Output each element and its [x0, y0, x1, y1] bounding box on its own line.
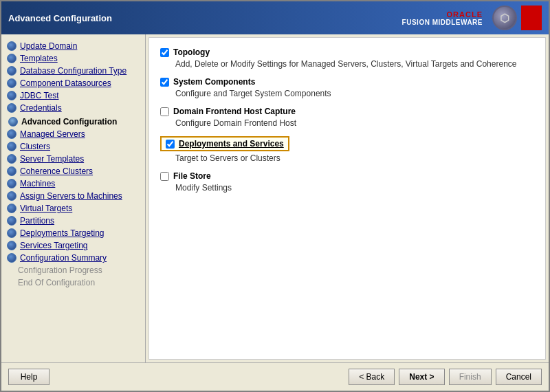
bullet-advanced-config [8, 117, 18, 127]
option-title-file-store: File Store [173, 171, 211, 181]
oracle-logo: ORACLE FUSION MIDDLEWARE [402, 10, 483, 26]
oracle-text: ORACLE [447, 10, 483, 19]
checkbox-file-store[interactable] [160, 172, 169, 181]
nav-item-server-templates[interactable]: Server Templates [1, 153, 145, 165]
bullet-assign-servers-machines [7, 191, 16, 201]
option-title-row-deployments-services: Deployments and Services [160, 136, 289, 151]
option-title-domain-frontend: Domain Frontend Host Capture [173, 107, 296, 116]
nav-buttons: < Back Next > Finish Cancel [349, 369, 542, 385]
nav-item-configuration-summary[interactable]: Configuration Summary [1, 252, 145, 264]
bullet-partitions [7, 216, 16, 226]
option-title-row-topology: Topology [160, 47, 534, 57]
bullet-database-config [7, 66, 16, 76]
right-content-panel: TopologyAdd, Delete or Modify Settings f… [148, 37, 546, 360]
bullet-clusters [7, 142, 16, 151]
left-nav-panel: Update DomainTemplatesDatabase Configura… [1, 34, 146, 362]
option-desc-file-store: Modify Settings [175, 183, 534, 193]
nav-item-services-targeting[interactable]: Services Targeting [1, 239, 145, 252]
oracle-sphere-icon: ⬡ [492, 6, 517, 30]
option-row-topology: TopologyAdd, Delete or Modify Settings f… [160, 47, 534, 69]
nav-item-end-of-configuration: End Of Configuration [1, 276, 145, 289]
option-row-system-components: System ComponentsConfigure and Target Sy… [160, 77, 534, 98]
nav-item-managed-servers[interactable]: Managed Servers [1, 128, 145, 140]
back-button[interactable]: < Back [349, 369, 395, 385]
checkbox-deployments-services[interactable] [166, 140, 175, 149]
logo-area: ORACLE FUSION MIDDLEWARE ⬡ [402, 6, 542, 30]
nav-item-configuration-progress: Configuration Progress [1, 264, 145, 276]
option-title-row-system-components: System Components [160, 77, 534, 87]
window-title: Advanced Configuration [8, 13, 112, 23]
option-title-topology: Topology [173, 47, 210, 57]
nav-item-update-domain[interactable]: Update Domain [1, 40, 145, 52]
nav-item-component-datasources[interactable]: Component Datasources [1, 77, 145, 89]
bullet-configuration-summary [7, 253, 16, 263]
option-row-file-store: File StoreModify Settings [160, 171, 534, 193]
nav-item-partitions[interactable]: Partitions [1, 215, 145, 227]
option-desc-domain-frontend: Configure Domain Frontend Host [175, 118, 534, 128]
nav-item-deployments-targeting[interactable]: Deployments Targeting [1, 227, 145, 239]
checkbox-domain-frontend[interactable] [160, 107, 169, 116]
nav-item-virtual-targets[interactable]: Virtual Targets [1, 202, 145, 215]
bullet-server-templates [7, 154, 16, 164]
option-title-system-components: System Components [173, 77, 255, 87]
next-button[interactable]: Next > [399, 369, 444, 385]
option-title-row-file-store: File Store [160, 171, 534, 181]
option-title-row-domain-frontend: Domain Frontend Host Capture [160, 107, 534, 116]
red-accent-bar [521, 6, 542, 30]
bullet-component-datasources [7, 78, 16, 88]
main-content: Update DomainTemplatesDatabase Configura… [1, 34, 549, 362]
nav-item-clusters[interactable]: Clusters [1, 140, 145, 153]
bullet-deployments-targeting [7, 228, 16, 238]
nav-item-credentials[interactable]: Credentials [1, 102, 145, 114]
bullet-services-targeting [7, 241, 16, 250]
option-title-deployments-services: Deployments and Services [179, 139, 284, 149]
bullet-credentials [7, 103, 16, 113]
option-desc-topology: Add, Delete or Modify Settings for Manag… [175, 59, 534, 69]
nav-item-database-config[interactable]: Database Configuration Type [1, 65, 145, 77]
title-bar: Advanced Configuration ORACLE FUSION MID… [1, 1, 549, 34]
option-row-deployments-services: Deployments and ServicesTarget to Server… [160, 136, 534, 163]
bullet-jdbc-test [7, 91, 16, 100]
bullet-coherence-clusters [7, 166, 16, 176]
nav-item-machines[interactable]: Machines [1, 177, 145, 190]
bullet-virtual-targets [7, 204, 16, 213]
checkbox-system-components[interactable] [160, 78, 169, 87]
help-button[interactable]: Help [8, 369, 50, 385]
nav-item-advanced-config: Advanced Configuration [1, 116, 145, 128]
bullet-templates [7, 54, 16, 63]
nav-item-assign-servers-machines[interactable]: Assign Servers to Machines [1, 190, 145, 202]
bullet-managed-servers [7, 129, 16, 139]
main-window: Advanced Configuration ORACLE FUSION MID… [0, 0, 550, 392]
fusion-text: FUSION MIDDLEWARE [402, 19, 483, 26]
bullet-machines [7, 179, 16, 188]
option-row-domain-frontend: Domain Frontend Host CaptureConfigure Do… [160, 107, 534, 128]
option-desc-system-components: Configure and Target System Components [175, 89, 534, 98]
bottom-bar: Help < Back Next > Finish Cancel [1, 362, 549, 391]
nav-item-jdbc-test[interactable]: JDBC Test [1, 89, 145, 102]
nav-item-templates[interactable]: Templates [1, 52, 145, 65]
checkbox-topology[interactable] [160, 48, 169, 57]
finish-button: Finish [449, 369, 492, 385]
option-desc-deployments-services: Target to Servers or Clusters [175, 153, 534, 163]
nav-item-coherence-clusters[interactable]: Coherence Clusters [1, 165, 145, 177]
cancel-button[interactable]: Cancel [496, 369, 542, 385]
bullet-update-domain [7, 41, 16, 51]
